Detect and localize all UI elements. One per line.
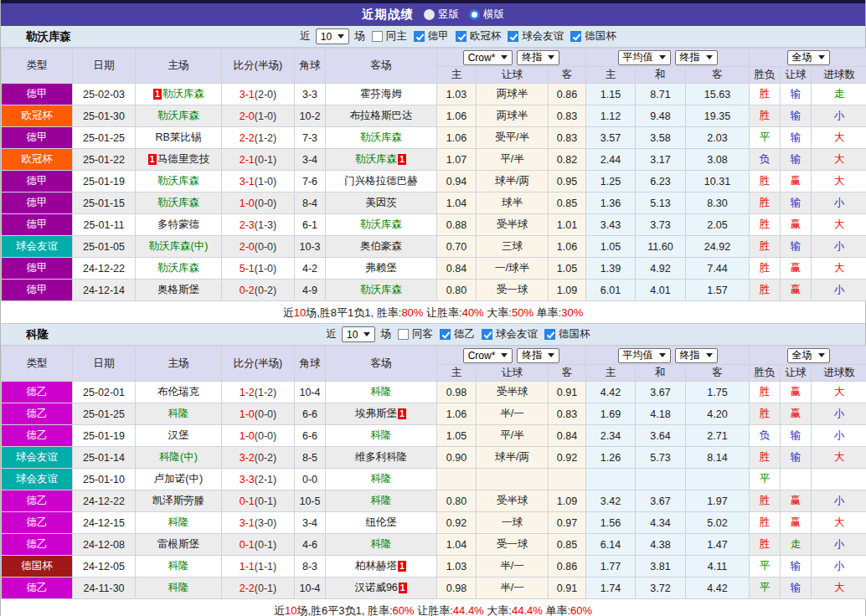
score-cell: 3-3(2-1) xyxy=(222,469,295,490)
team-name: 汉堡 xyxy=(168,429,189,441)
match-date: 24-12-05 xyxy=(73,556,136,578)
league-filter-checkbox[interactable] xyxy=(440,329,451,340)
fulltime-score: 2-0 xyxy=(240,241,255,253)
team-name: 霍芬海姆 xyxy=(360,88,402,100)
result-wdl: 胜 xyxy=(750,105,781,127)
result-goals: 小 xyxy=(812,403,866,425)
result-goals: 大 xyxy=(812,171,866,192)
match-row: 德乙24-12-15科隆3-1(3-0)3-4纽伦堡0.92一球0.971.56… xyxy=(2,512,866,534)
summary-row: 近10场,胜6平3负1, 胜率:60% 让胜率:44.4% 大率:44.4% 单… xyxy=(1,599,865,616)
result-goals: 大 xyxy=(812,214,866,236)
match-count-select[interactable]: 10 xyxy=(316,28,349,44)
league-filter-label[interactable]: 欧冠杯 xyxy=(470,29,502,44)
team-name: 勒沃库森 xyxy=(157,197,199,208)
match-date: 24-12-14 xyxy=(73,280,136,301)
layout-radio-vertical[interactable]: 竖版 xyxy=(424,8,459,22)
result-wdl: 负 xyxy=(750,149,781,171)
odds-company-select[interactable]: Crow* xyxy=(463,50,513,65)
league-filter-checkbox[interactable] xyxy=(482,329,492,340)
summary-segment: 场,胜6平3负1, 胜率: xyxy=(296,604,392,616)
handicap-away-odds: 0.85 xyxy=(549,534,586,556)
final-odds-select[interactable]: 终指 xyxy=(675,348,718,363)
summary-segment: 单率: xyxy=(543,604,570,616)
result-handicap: 赢 xyxy=(781,214,812,236)
match-date: 24-11-30 xyxy=(73,578,136,599)
scope-select[interactable]: 全场 xyxy=(787,348,830,363)
result-handicap: 赢 xyxy=(781,403,812,425)
team-name: 弗赖堡 xyxy=(365,262,397,274)
match-row: 德乙24-12-22凯泽斯劳滕0-1(0-1)10-5科隆0.80受半球1.09… xyxy=(2,490,866,512)
handicap-home-odds: 1.03 xyxy=(437,556,477,578)
home-team-cell: 勒沃库森(中) xyxy=(136,236,222,258)
final-odds-select[interactable]: 终指 xyxy=(675,50,718,65)
same-venue-checkbox[interactable] xyxy=(398,329,409,340)
chevron-down-icon xyxy=(501,353,508,357)
score-cell: 3-1(3-0) xyxy=(222,512,295,534)
result-goals: 小 xyxy=(812,490,866,512)
layout-radio-horizontal[interactable]: 横版 xyxy=(469,8,504,22)
radio-icon[interactable] xyxy=(469,9,480,20)
fulltime-score: 5-1 xyxy=(240,263,255,275)
away-team-cell: 弗赖堡 xyxy=(326,258,437,280)
league-filter-label[interactable]: 球会友谊 xyxy=(522,29,564,44)
euro-away-odds: 24.92 xyxy=(686,236,750,258)
league-filter-label[interactable]: 德国杯 xyxy=(585,29,616,44)
corners-cell: 0-0 xyxy=(295,469,326,490)
home-team-cell: 科隆(中) xyxy=(136,447,222,469)
odds-company-select[interactable]: Crow* xyxy=(463,348,513,363)
result-goals: 大 xyxy=(812,382,866,403)
euro-home-odds: 1.12 xyxy=(586,105,636,127)
average-odds-select[interactable]: 平均值 xyxy=(618,348,671,363)
league-filter-checkbox[interactable] xyxy=(508,31,518,42)
radio-label[interactable]: 横版 xyxy=(483,8,504,22)
title-bar: 近期战绩 竖版 横版 xyxy=(1,3,865,26)
radio-label[interactable]: 竖版 xyxy=(438,8,459,22)
same-venue-checkbox[interactable] xyxy=(372,31,383,42)
league-filter-label[interactable]: 德国杯 xyxy=(559,327,590,341)
league-filter-checkbox[interactable] xyxy=(544,329,555,340)
match-count-select[interactable]: 10 xyxy=(342,326,375,342)
league-filter-label[interactable]: 德甲 xyxy=(428,29,449,44)
team-name: 卢加诺(中) xyxy=(154,473,203,485)
fulltime-score: 2-1 xyxy=(240,154,255,166)
handicap-line: 球半/两 xyxy=(477,447,549,469)
league-filter-checkbox[interactable] xyxy=(414,31,425,42)
halftime-score: (1-0) xyxy=(255,110,276,122)
result-handicap: 输 xyxy=(781,556,812,578)
away-team-cell: 勒沃库森 xyxy=(326,214,437,236)
league-filter-checkbox[interactable] xyxy=(570,31,581,42)
same-venue-label[interactable]: 同客 xyxy=(412,327,433,341)
corners-cell: 8-4 xyxy=(295,192,326,214)
match-row: 德国杯24-12-05科隆1-1(1-1)8-3柏林赫塔11.03半/一0.86… xyxy=(2,556,866,578)
handicap-home-odds: 0.80 xyxy=(437,490,477,512)
euro-away-odds: 1.75 xyxy=(686,382,750,403)
final-odds-select[interactable]: 终指 xyxy=(517,50,559,65)
filter-bar: 近10场同客德乙球会友谊德国杯 xyxy=(276,326,590,342)
average-odds-select[interactable]: 平均值 xyxy=(618,50,671,65)
league-filter-label[interactable]: 德乙 xyxy=(454,327,475,341)
match-row: 球会友谊25-01-10卢加诺(中)3-3(2-1)0-0科隆平 xyxy=(2,469,866,490)
final-odds-select[interactable]: 终指 xyxy=(517,348,559,363)
away-team-cell: 纽伦堡 xyxy=(326,512,437,534)
result-handicap: 输 xyxy=(781,105,812,127)
col-header-score: 比分(半场) xyxy=(222,49,295,84)
handicap-away-odds: 0.91 xyxy=(549,578,586,599)
euro-draw-odds: 11.60 xyxy=(636,236,686,258)
handicap-away-odds: 0.83 xyxy=(549,127,586,149)
chevron-down-icon xyxy=(706,353,713,357)
euro-home-odds: 1.77 xyxy=(586,556,636,578)
same-venue-label[interactable]: 同主 xyxy=(386,29,407,44)
team-name: 勒沃库森(中) xyxy=(149,240,209,252)
result-handicap: 输 xyxy=(781,236,812,258)
handicap-away-odds: 0.85 xyxy=(549,192,586,214)
euro-draw-odds: 3.67 xyxy=(636,382,686,403)
scope-select[interactable]: 全场 xyxy=(787,50,830,65)
radio-icon[interactable] xyxy=(424,9,435,20)
league-filter-label[interactable]: 球会友谊 xyxy=(496,327,538,341)
league-filter-checkbox[interactable] xyxy=(456,31,467,42)
result-handicap: 输 xyxy=(781,447,812,469)
halftime-score: (2-1) xyxy=(255,474,276,485)
league-badge: 德乙 xyxy=(2,382,73,403)
result-goals: 小 xyxy=(812,105,866,127)
home-team-cell: 勒沃库森 xyxy=(136,105,222,127)
